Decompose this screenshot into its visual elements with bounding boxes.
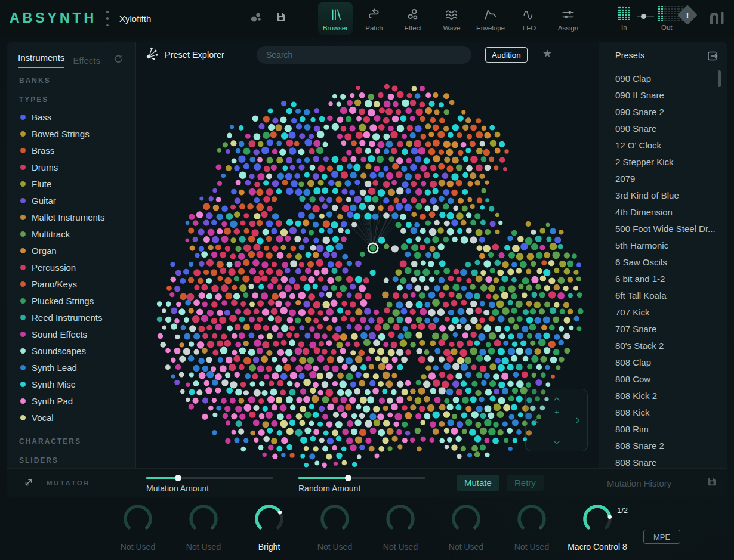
map-nav-pad: + −: [525, 389, 588, 451]
preset-list-item[interactable]: 808 Cow: [599, 371, 718, 388]
preset-list-item[interactable]: 12 O' Clock: [599, 137, 718, 154]
pan-up-button[interactable]: [552, 394, 562, 404]
type-filter-synth-pad[interactable]: Synth Pad: [7, 392, 136, 409]
io-balance-slider[interactable]: [637, 16, 654, 17]
type-color-dot: [20, 348, 26, 354]
kebab-menu-icon[interactable]: [106, 11, 109, 26]
preset-list-item[interactable]: 500 Foot Wide Steel Dr...: [599, 221, 718, 237]
preset-list-item[interactable]: 2 Stepper Kick: [599, 154, 718, 171]
preset-list-item[interactable]: 4th Dimension: [599, 204, 718, 221]
preset-list-item[interactable]: 090 Snare: [599, 120, 718, 137]
type-filter-soundscapes[interactable]: Soundscapes: [7, 342, 136, 359]
characters-section-header[interactable]: CHARACTERS: [19, 437, 81, 445]
type-filter-mallet-instruments[interactable]: Mallet Instruments: [7, 209, 136, 225]
types-section-header[interactable]: TYPES: [19, 95, 48, 104]
tab-patch[interactable]: Patch: [357, 2, 391, 35]
mutation-save-icon[interactable]: [707, 477, 717, 490]
tab-instruments[interactable]: Instruments: [18, 52, 64, 68]
tab-effects[interactable]: Effects: [73, 55, 100, 66]
browser-icon: [328, 7, 343, 22]
type-filter-flute[interactable]: Flute: [7, 175, 136, 192]
warning-icon[interactable]: !: [677, 5, 698, 25]
tab-wave[interactable]: Wave: [434, 2, 469, 35]
preset-list-item[interactable]: 090 II Snare: [599, 87, 718, 104]
preset-list-item[interactable]: 090 Snare 2: [599, 104, 718, 120]
type-color-dot: [20, 265, 26, 270]
preset-list-item[interactable]: 5th Harmonic: [599, 237, 718, 254]
preset-list-item[interactable]: 808 Kick: [599, 404, 718, 421]
type-filter-plucked-strings[interactable]: Plucked Strings: [7, 292, 136, 309]
macro-knob-label: Not Used: [317, 542, 352, 552]
preset-list-item[interactable]: 80's Stack 2: [599, 338, 718, 354]
preset-list-item[interactable]: 2079: [599, 171, 718, 187]
macro-knob-4[interactable]: Not Used: [299, 502, 371, 552]
preset-list-item[interactable]: 808 Snare: [599, 454, 718, 468]
type-filter-bowed-strings[interactable]: Bowed Strings: [7, 125, 136, 142]
tab-browser[interactable]: Browser: [318, 2, 353, 35]
tab-lfo[interactable]: LFO: [512, 2, 547, 35]
retry-button[interactable]: Retry: [507, 475, 544, 491]
pan-right-button[interactable]: [573, 416, 582, 425]
type-filter-drums[interactable]: Drums: [7, 159, 136, 175]
type-filter-bass[interactable]: Bass: [7, 109, 136, 125]
preset-list-item[interactable]: 808 Rim: [599, 421, 718, 438]
macro-page-indicator[interactable]: 1/2: [617, 506, 628, 515]
macro-knob-6[interactable]: Not Used: [430, 502, 502, 552]
current-preset-name[interactable]: Xylofifth: [119, 14, 151, 24]
type-filter-piano-keys[interactable]: Piano/Keys: [7, 276, 136, 292]
ni-logo-icon[interactable]: [707, 8, 727, 30]
type-filter-multitrack[interactable]: Multitrack: [7, 225, 136, 242]
type-filter-percussion[interactable]: Percussion: [7, 259, 136, 276]
type-filter-reed-instruments[interactable]: Reed Instruments: [7, 309, 136, 326]
type-filter-sound-effects[interactable]: Sound Effects: [7, 326, 136, 342]
search-input[interactable]: [257, 46, 471, 64]
main-nav-tabs: BrowserPatchEffectWaveEnvelopeLFOAssign: [318, 2, 585, 35]
macro-knob-3[interactable]: Bright: [233, 502, 305, 552]
preset-list-item[interactable]: 6 Saw Oscils: [599, 254, 718, 271]
preset-list-item[interactable]: 707 Snare: [599, 321, 718, 338]
type-filter-brass[interactable]: Brass: [7, 142, 136, 159]
preset-list-item[interactable]: 6ft Tall Koala: [599, 287, 718, 304]
tab-envelope[interactable]: Envelope: [473, 2, 508, 35]
type-filter-synth-lead[interactable]: Synth Lead: [7, 359, 136, 376]
audition-button[interactable]: Audition: [485, 47, 528, 63]
type-filter-guitar[interactable]: Guitar: [7, 192, 136, 209]
macro-knob-5[interactable]: Not Used: [365, 502, 436, 552]
zoom-in-button[interactable]: +: [552, 407, 562, 417]
pan-down-button[interactable]: [552, 438, 562, 447]
molecule-icon[interactable]: [249, 11, 263, 26]
refresh-icon[interactable]: [113, 54, 123, 66]
sliders-section-header[interactable]: SLIDERS: [19, 456, 58, 465]
type-color-dot: [20, 148, 26, 153]
macro-knob-2[interactable]: Not Used: [168, 502, 239, 552]
preset-list-item[interactable]: 090 Clap: [599, 70, 718, 87]
type-filter-synth-misc[interactable]: Synth Misc: [7, 376, 136, 392]
preset-list-item[interactable]: 6 bit and 1-2: [599, 271, 718, 287]
type-filter-organ[interactable]: Organ: [7, 242, 136, 259]
tab-effect[interactable]: Effect: [396, 2, 430, 35]
open-panel-icon[interactable]: [707, 50, 718, 64]
random-amount-slider[interactable]: Random Amount: [298, 477, 425, 493]
preset-list-item[interactable]: 707 Kick: [599, 304, 718, 321]
tab-assign[interactable]: Assign: [551, 2, 585, 35]
mutation-history-label[interactable]: Mutation History: [607, 478, 671, 488]
expand-icon[interactable]: [23, 477, 35, 491]
macro-knob-1[interactable]: Not Used: [102, 502, 174, 552]
mutate-button[interactable]: Mutate: [457, 475, 499, 491]
preset-list-item[interactable]: 808 Clap: [599, 354, 718, 371]
macro-knob-7[interactable]: Not Used: [496, 502, 568, 552]
mpe-button[interactable]: MPE: [643, 530, 680, 544]
preset-list-item[interactable]: 808 Snare 2: [599, 438, 718, 454]
zoom-out-button[interactable]: −: [552, 423, 562, 432]
type-color-dot: [20, 181, 26, 187]
preset-list-item[interactable]: 808 Kick 2: [599, 388, 718, 404]
banks-section-header[interactable]: BANKS: [19, 76, 51, 85]
type-label: Soundscapes: [32, 346, 86, 356]
preset-list-item[interactable]: 3rd Kind of Blue: [599, 187, 718, 204]
pan-left-button[interactable]: [532, 416, 541, 425]
top-bar: ABSYNTH Xylofifth BrowserPatchEffectWave…: [0, 0, 734, 37]
favorite-star-icon[interactable]: ★: [542, 47, 552, 60]
mutation-amount-slider[interactable]: Mutation Amount: [146, 477, 273, 493]
type-filter-vocal[interactable]: Vocal: [7, 409, 136, 426]
save-icon[interactable]: [275, 11, 287, 26]
